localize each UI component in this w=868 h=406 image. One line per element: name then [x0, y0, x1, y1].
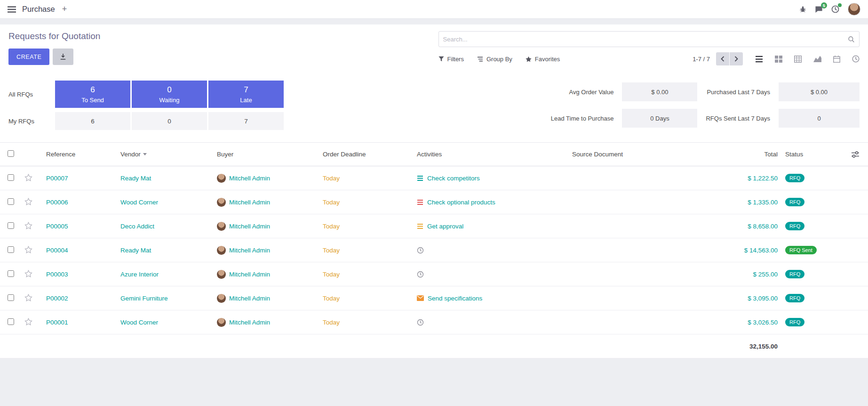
reference-link[interactable]: P00007: [46, 175, 68, 182]
vendor-link[interactable]: Gemini Furniture: [120, 295, 168, 302]
new-tab-plus[interactable]: +: [62, 4, 67, 14]
row-checkbox[interactable]: [8, 222, 14, 229]
favorite-star-icon[interactable]: [24, 198, 32, 205]
vendor-link[interactable]: Wood Corner: [120, 319, 158, 326]
buyer-link[interactable]: Mitchell Admin: [229, 271, 270, 278]
graph-view-icon[interactable]: [813, 56, 821, 62]
buyer-link[interactable]: Mitchell Admin: [229, 295, 270, 302]
calendar-view-icon[interactable]: [833, 56, 840, 63]
favorite-star-icon[interactable]: [24, 174, 32, 181]
optional-columns-icon[interactable]: [845, 151, 865, 158]
reference-link[interactable]: P00006: [46, 199, 68, 206]
reference-link[interactable]: P00001: [46, 319, 68, 326]
vendor-link[interactable]: Wood Corner: [120, 199, 158, 206]
activity-view-icon[interactable]: [852, 55, 860, 63]
debug-bug-icon[interactable]: [799, 6, 806, 13]
activity-clock-icon[interactable]: [417, 319, 424, 326]
messages-icon[interactable]: 5: [815, 6, 823, 13]
group-by-button[interactable]: Group By: [477, 56, 512, 63]
activity-label[interactable]: Send specifications: [428, 295, 482, 302]
table-row[interactable]: P00001 Wood Corner Mitchell Admin Today …: [0, 310, 868, 334]
favorites-button[interactable]: Favorites: [526, 56, 560, 63]
activity-envelope-icon[interactable]: [417, 295, 424, 301]
tile-late[interactable]: 7 Late: [208, 81, 284, 108]
table-row[interactable]: P00006 Wood Corner Mitchell Admin Today …: [0, 190, 868, 214]
column-header-order-deadline[interactable]: Order Deadline: [320, 143, 414, 166]
search-bar[interactable]: [438, 31, 860, 47]
filters-button[interactable]: Filters: [438, 56, 464, 63]
reference-link[interactable]: P00003: [46, 271, 68, 278]
activity-label[interactable]: Check optional products: [427, 199, 495, 206]
my-tile-late[interactable]: 7: [208, 112, 284, 130]
vendor-link[interactable]: Deco Addict: [120, 223, 154, 230]
activity-label[interactable]: Check competitors: [427, 175, 480, 182]
column-header-vendor[interactable]: Vendor: [118, 143, 214, 166]
order-deadline-value: Today: [323, 295, 340, 302]
buyer-link[interactable]: Mitchell Admin: [229, 319, 270, 326]
order-deadline-value: Today: [323, 223, 340, 230]
row-checkbox[interactable]: [8, 174, 14, 181]
vendor-link[interactable]: Azure Interior: [120, 271, 159, 278]
pager-previous-button[interactable]: [716, 52, 729, 65]
reference-link[interactable]: P00002: [46, 295, 68, 302]
status-badge: RFQ: [785, 198, 804, 206]
my-tile-to-send[interactable]: 6: [55, 112, 130, 130]
apps-menu-icon[interactable]: [8, 6, 16, 13]
column-header-total[interactable]: Total: [717, 143, 782, 166]
buyer-link[interactable]: Mitchell Admin: [229, 175, 270, 182]
tile-waiting[interactable]: 0 Waiting: [132, 81, 207, 108]
total-amount: $ 1,335.00: [748, 199, 778, 206]
favorite-star-icon[interactable]: [24, 294, 32, 301]
list-view-icon[interactable]: [755, 56, 763, 63]
buyer-link[interactable]: Mitchell Admin: [229, 223, 270, 230]
column-header-activities[interactable]: Activities: [414, 143, 569, 166]
my-tile-waiting[interactable]: 0: [132, 112, 207, 130]
favorite-star-icon[interactable]: [24, 222, 32, 229]
column-header-reference[interactable]: Reference: [43, 143, 118, 166]
activity-clock-icon[interactable]: [417, 247, 424, 254]
select-all-checkbox[interactable]: [8, 150, 14, 157]
row-checkbox[interactable]: [8, 246, 14, 253]
table-row[interactable]: P00002 Gemini Furniture Mitchell Admin T…: [0, 286, 868, 310]
table-row[interactable]: P00004 Ready Mat Mitchell Admin Today $ …: [0, 238, 868, 262]
activity-clock-icon[interactable]: [417, 271, 424, 278]
favorite-star-icon[interactable]: [24, 270, 32, 277]
search-icon[interactable]: [848, 36, 855, 43]
column-header-status[interactable]: Status: [782, 143, 843, 166]
column-header-buyer[interactable]: Buyer: [214, 143, 320, 166]
favorite-star-icon[interactable]: [24, 318, 32, 325]
buyer-avatar: [217, 270, 226, 279]
favorite-star-icon[interactable]: [24, 246, 32, 253]
row-checkbox[interactable]: [8, 270, 14, 277]
column-header-source-document[interactable]: Source Document: [569, 143, 717, 166]
activity-list-icon[interactable]: [417, 199, 423, 205]
row-checkbox[interactable]: [8, 294, 14, 301]
tile-to-send[interactable]: 6 To Send: [55, 81, 130, 108]
app-name[interactable]: Purchase: [22, 5, 55, 14]
row-checkbox[interactable]: [8, 318, 14, 325]
buyer-avatar: [217, 294, 226, 303]
reference-link[interactable]: P00004: [46, 247, 68, 254]
row-checkbox[interactable]: [8, 198, 14, 205]
table-row[interactable]: P00007 Ready Mat Mitchell Admin Today Ch…: [0, 166, 868, 190]
vendor-link[interactable]: Ready Mat: [120, 247, 151, 254]
kanban-view-icon[interactable]: [775, 56, 782, 63]
pager-next-button[interactable]: [730, 52, 743, 65]
table-row[interactable]: P00005 Deco Addict Mitchell Admin Today …: [0, 214, 868, 238]
vendor-link[interactable]: Ready Mat: [120, 175, 151, 182]
top-navbar: Purchase + 5: [0, 0, 868, 19]
pivot-view-icon[interactable]: [794, 56, 802, 63]
create-button[interactable]: CREATE: [8, 49, 49, 65]
stat-value-avg-order-value: $ 0.00: [622, 82, 697, 101]
activity-label[interactable]: Get approval: [427, 223, 463, 230]
buyer-link[interactable]: Mitchell Admin: [229, 199, 270, 206]
table-row[interactable]: P00003 Azure Interior Mitchell Admin Tod…: [0, 262, 868, 286]
activity-list-icon[interactable]: [417, 223, 423, 229]
reference-link[interactable]: P00005: [46, 223, 68, 230]
export-button[interactable]: [53, 49, 73, 65]
buyer-link[interactable]: Mitchell Admin: [229, 247, 270, 254]
search-input[interactable]: [439, 32, 848, 47]
user-avatar[interactable]: [848, 3, 860, 16]
activities-clock-icon[interactable]: [831, 5, 839, 13]
activity-list-icon[interactable]: [417, 175, 423, 181]
